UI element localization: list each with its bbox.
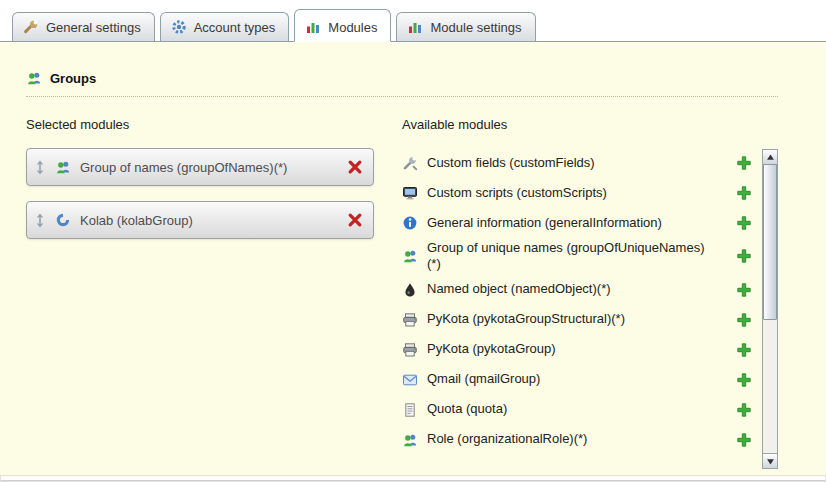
available-module-label: Custom fields (customFields) <box>427 153 712 173</box>
group-icon <box>402 432 418 448</box>
tab-label: Module settings <box>430 20 521 35</box>
available-module-row: Custom fields (customFields) <box>402 148 778 178</box>
available-module-row: Role (organizationalRole)(*) <box>402 425 778 455</box>
plus-icon <box>736 312 752 328</box>
available-module-label: Qmail (qmailGroup) <box>427 369 712 389</box>
available-module-row: General information (generalInformation) <box>402 208 778 238</box>
scrollbar-track[interactable] <box>763 164 777 453</box>
document-icon <box>402 402 418 418</box>
available-module-label: General information (generalInformation) <box>427 213 712 233</box>
drag-handle-icon[interactable] <box>35 160 45 175</box>
tab-modules[interactable]: Modules <box>294 9 391 42</box>
add-module-button[interactable] <box>736 372 752 388</box>
add-module-button[interactable] <box>736 248 752 264</box>
plus-icon <box>736 185 752 201</box>
selected-modules-heading: Selected modules <box>26 117 374 132</box>
plus-icon <box>736 342 752 358</box>
selected-module-row: Group of names (groupOfNames)(*) <box>26 148 374 186</box>
drag-handle-icon[interactable] <box>35 213 45 228</box>
plus-icon <box>736 432 752 448</box>
available-module-label: Named object (namedObject)(*) <box>427 279 712 299</box>
add-module-button[interactable] <box>736 282 752 298</box>
add-module-button[interactable] <box>736 312 752 328</box>
tab-bar: General settings Account types Modules M… <box>0 0 826 42</box>
scrollbar[interactable] <box>762 149 778 469</box>
scroll-down-button[interactable] <box>762 453 778 469</box>
groups-title: Groups <box>50 71 96 86</box>
available-modules-list: Custom fields (customFields) Custom scri… <box>402 148 778 455</box>
add-module-button[interactable] <box>736 185 752 201</box>
tab-label: General settings <box>46 20 141 35</box>
selected-modules-list: Group of names (groupOfNames)(*) Kolab (… <box>26 148 374 239</box>
available-module-label: Role (organizationalRole)(*) <box>427 429 712 449</box>
bar-chart-icon <box>407 19 423 35</box>
available-module-label: Group of unique names (groupOfUniqueName… <box>427 238 712 275</box>
selected-modules-column: Selected modules Group of names (groupOf… <box>26 117 374 239</box>
add-module-button[interactable] <box>736 402 752 418</box>
plus-icon <box>736 155 752 171</box>
gears-icon <box>171 19 187 35</box>
envelope-icon <box>402 372 418 388</box>
plus-icon <box>736 248 752 264</box>
available-module-row: Group of unique names (groupOfUniqueName… <box>402 238 778 275</box>
delete-icon <box>347 212 363 228</box>
delete-icon <box>347 159 363 175</box>
plus-icon <box>736 402 752 418</box>
bar-chart-icon <box>305 19 321 35</box>
printer-icon <box>402 342 418 358</box>
available-modules-column: Available modules Custom fields (customF… <box>402 117 778 455</box>
scrollbar-thumb[interactable] <box>763 164 777 320</box>
monitor-icon <box>402 185 418 201</box>
available-module-label: PyKota (pykotaGroupStructural)(*) <box>427 309 712 329</box>
kolab-icon <box>55 212 71 228</box>
selected-module-label: Kolab (kolabGroup) <box>80 213 347 228</box>
groups-section-header: Groups <box>26 70 778 97</box>
remove-module-button[interactable] <box>347 159 363 175</box>
tab-label: Account types <box>194 20 276 35</box>
lam-configuration-window: General settings Account types Modules M… <box>0 0 826 482</box>
available-module-label: Quota (quota) <box>427 399 712 419</box>
tab-label: Modules <box>328 20 377 35</box>
up-arrow-icon <box>766 153 775 162</box>
group-icon <box>55 159 71 175</box>
group-icon <box>402 248 418 264</box>
available-module-row: PyKota (pykotaGroup) <box>402 335 778 365</box>
available-module-label: Custom scripts (customScripts) <box>427 183 712 203</box>
plus-icon <box>736 282 752 298</box>
add-module-button[interactable] <box>736 342 752 358</box>
add-module-button[interactable] <box>736 155 752 171</box>
info-icon <box>402 215 418 231</box>
modules-columns: Selected modules Group of names (groupOf… <box>26 117 778 455</box>
available-module-row: Custom scripts (customScripts) <box>402 178 778 208</box>
selected-module-label: Group of names (groupOfNames)(*) <box>80 160 347 175</box>
add-module-button[interactable] <box>736 432 752 448</box>
add-module-button[interactable] <box>736 215 752 231</box>
available-module-row: Qmail (qmailGroup) <box>402 365 778 395</box>
plus-icon <box>736 372 752 388</box>
wrench-icon <box>23 19 39 35</box>
tab-account-types[interactable]: Account types <box>160 12 290 41</box>
available-module-label: PyKota (pykotaGroup) <box>427 339 712 359</box>
available-modules-heading: Available modules <box>402 117 778 132</box>
remove-module-button[interactable] <box>347 212 363 228</box>
scroll-up-button[interactable] <box>762 149 778 165</box>
tab-general-settings[interactable]: General settings <box>12 12 155 41</box>
plus-icon <box>736 215 752 231</box>
available-module-row: Quota (quota) <box>402 395 778 425</box>
content-panel: Groups Selected modules Group of names (… <box>0 42 826 476</box>
drop-icon <box>402 282 418 298</box>
printer-icon <box>402 312 418 328</box>
selected-module-row: Kolab (kolabGroup) <box>26 201 374 239</box>
tools-icon <box>402 155 418 171</box>
available-module-row: PyKota (pykotaGroupStructural)(*) <box>402 305 778 335</box>
down-arrow-icon <box>766 457 775 466</box>
available-module-row: Named object (namedObject)(*) <box>402 275 778 305</box>
group-icon <box>26 70 42 86</box>
tab-module-settings[interactable]: Module settings <box>396 12 535 41</box>
